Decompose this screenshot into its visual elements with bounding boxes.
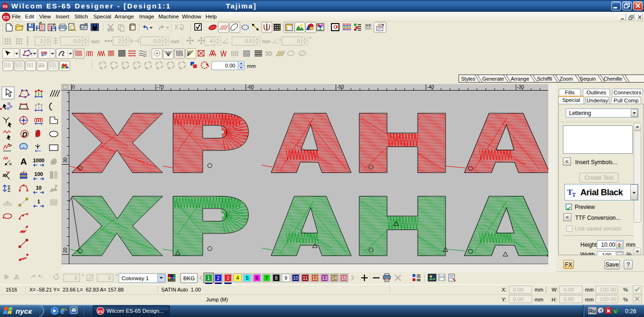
- svg-text:Colorway 1: Colorway 1: [122, 275, 149, 281]
- svg-text:mm: mm: [535, 297, 543, 302]
- svg-text:mm: mm: [171, 39, 179, 44]
- svg-text:0: 0: [108, 275, 111, 281]
- svg-text:X:: X:: [502, 287, 506, 292]
- svg-text:20: 20: [63, 247, 68, 253]
- svg-text:11: 11: [303, 275, 308, 281]
- svg-text:mm: mm: [535, 287, 543, 292]
- svg-text:%: %: [623, 297, 628, 302]
- svg-text:6: 6: [256, 275, 258, 281]
- svg-text:T: T: [572, 191, 576, 198]
- svg-text:0: 0: [72, 84, 75, 90]
- svg-text:H:: H:: [552, 297, 557, 302]
- svg-text:0.00: 0.00: [563, 296, 574, 302]
- svg-text:a: a: [279, 38, 281, 41]
- svg-text:1516: 1516: [6, 287, 17, 292]
- svg-text:100: 100: [34, 171, 43, 177]
- svg-text:3D: 3D: [265, 50, 272, 57]
- svg-text:NN: NN: [41, 50, 47, 55]
- svg-text:100.00: 100.00: [600, 296, 616, 302]
- svg-text:1000: 1000: [33, 158, 44, 163]
- svg-text:Styles: Styles: [461, 76, 475, 82]
- svg-text:ES: ES: [98, 309, 103, 314]
- svg-text:2: 2: [217, 275, 220, 281]
- svg-text:A: A: [20, 157, 27, 167]
- svg-text:-30: -30: [517, 84, 524, 90]
- svg-text:15: 15: [341, 275, 347, 281]
- svg-text:-70: -70: [157, 84, 164, 90]
- svg-text:mm: mm: [247, 63, 256, 69]
- svg-text:0.00: 0.00: [225, 63, 235, 68]
- svg-text:ES: ES: [3, 4, 8, 8]
- svg-text:0.0: 0.0: [74, 38, 81, 44]
- svg-text:4: 4: [236, 275, 239, 281]
- svg-text:-60: -60: [247, 84, 254, 90]
- svg-text:12: 12: [312, 275, 318, 281]
- svg-text:mm: mm: [585, 297, 594, 302]
- svg-text:10: 10: [293, 275, 298, 281]
- svg-text:BKG: BKG: [183, 275, 195, 281]
- svg-text:%: %: [623, 287, 628, 292]
- svg-text:0.0: 0.0: [154, 38, 161, 44]
- svg-text:8: 8: [275, 275, 278, 281]
- svg-text:4: 4: [210, 38, 213, 44]
- svg-text:100.00: 100.00: [600, 287, 616, 292]
- svg-text:-50: -50: [337, 84, 344, 90]
- svg-text:Schiffli: Schiffli: [537, 76, 552, 82]
- svg-text:Generate: Generate: [482, 76, 504, 82]
- svg-text:ES: ES: [3, 15, 9, 20]
- svg-text:Y:: Y:: [502, 297, 506, 302]
- svg-text:-40: -40: [427, 84, 434, 90]
- svg-text:14: 14: [331, 275, 337, 281]
- svg-text:Sequin: Sequin: [580, 76, 596, 82]
- svg-text:SATIN Auto 1.00: SATIN Auto 1.00: [161, 287, 201, 292]
- svg-text:Zoom: Zoom: [560, 76, 573, 82]
- svg-text:3: 3: [227, 275, 230, 281]
- svg-text:0:26: 0:26: [625, 308, 636, 315]
- svg-text:30: 30: [63, 157, 68, 163]
- svg-text:mm: mm: [585, 287, 594, 292]
- svg-text:2: 2: [118, 38, 121, 44]
- svg-text:0: 0: [297, 38, 300, 44]
- svg-text:°: °: [309, 36, 311, 42]
- svg-text:Chenille: Chenille: [603, 76, 622, 82]
- svg-text:0.0: 0.0: [245, 38, 252, 44]
- svg-text:10: 10: [36, 185, 41, 191]
- svg-text:Wilcom ES-65 Design...: Wilcom ES-65 Design...: [107, 308, 164, 314]
- svg-text:e: e: [60, 307, 65, 315]
- svg-text:0: 0: [74, 275, 77, 281]
- svg-text:mm: mm: [91, 39, 99, 44]
- svg-text:1: 1: [207, 275, 210, 281]
- svg-text:Ru: Ru: [589, 308, 596, 314]
- svg-text:1: 1: [37, 199, 40, 204]
- svg-text:5: 5: [246, 275, 249, 281]
- svg-text:пуск: пуск: [16, 307, 33, 315]
- svg-text:9: 9: [285, 275, 288, 281]
- svg-text:0.00: 0.00: [513, 296, 523, 302]
- svg-text:0.00: 0.00: [513, 287, 523, 292]
- svg-text:mm: mm: [262, 39, 271, 44]
- svg-text:X= -58.21 Y= 23.66 L= 62.83: X= -58.21 Y= 23.66 L= 62.83 A= 157.88: [29, 287, 124, 292]
- svg-text:13: 13: [322, 275, 328, 281]
- svg-text:Arrange: Arrange: [511, 76, 529, 82]
- svg-text:0.00: 0.00: [563, 287, 574, 292]
- svg-text:W:: W:: [552, 287, 558, 292]
- svg-text:Jump (M): Jump (M): [206, 297, 228, 302]
- svg-text:7: 7: [265, 275, 268, 281]
- svg-text:2: 2: [40, 38, 43, 44]
